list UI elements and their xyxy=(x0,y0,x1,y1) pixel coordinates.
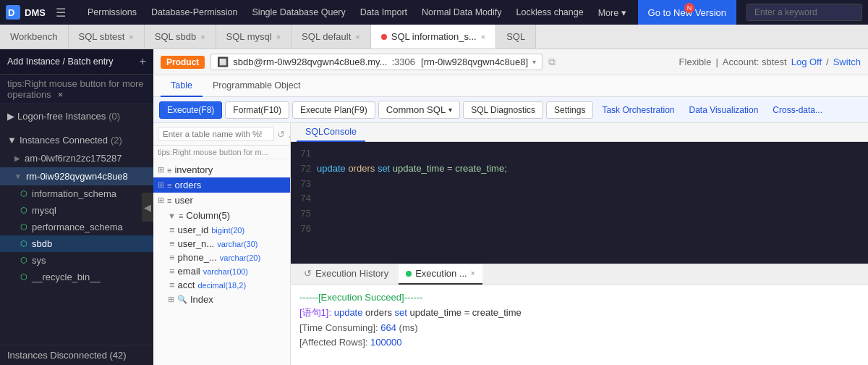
connected-header[interactable]: ▼ Instances Connected (2) xyxy=(0,131,153,149)
code-line-76: 76 xyxy=(298,222,861,237)
sidebar-item-instance2[interactable]: ▼ rm-0iw928qvgwn4c8ue8 xyxy=(0,167,153,185)
cross-data-link[interactable]: Cross-data... xyxy=(767,102,828,118)
result-tab-history[interactable]: ↺ Execution History xyxy=(297,264,396,285)
sql-pane: SQLConsole 71 72 update orders set updat… xyxy=(291,123,868,365)
tree-item-orders[interactable]: ⊞ ≡ orders xyxy=(153,177,290,193)
tree-col-acct[interactable]: ≡ acct decimal(18,2) xyxy=(153,278,290,292)
db-icon: ⬡ xyxy=(20,256,27,265)
tree-col-phone[interactable]: ≡ phone_... varchar(20) xyxy=(153,251,290,264)
execute-plan-button[interactable]: Execute Plan(F9) xyxy=(292,101,375,119)
table-search-input[interactable] xyxy=(158,127,274,141)
data-visualization-link[interactable]: Data Visualization xyxy=(683,102,764,118)
tree-item-user[interactable]: ⊞ ≡ user xyxy=(153,193,290,208)
code-line-72: 72 update orders set update_time = creat… xyxy=(298,161,861,177)
result-tab-bar: ↺ Execution History Execution ... × xyxy=(291,264,868,285)
common-sql-button[interactable]: Common SQL ▾ xyxy=(378,101,460,119)
format-button[interactable]: Format(F10) xyxy=(225,101,289,119)
tree-col-user-id[interactable]: ≡ user_id bigint(20) xyxy=(153,223,290,237)
db-item-sbdb[interactable]: ⬡ sbdb xyxy=(0,235,153,252)
search-icon: 🔍 xyxy=(177,295,187,304)
table-tips: tips:Right mouse button for m... xyxy=(153,146,290,159)
top-nav: Permissions Database-Permission Single D… xyxy=(80,0,634,25)
nav-permissions[interactable]: Permissions xyxy=(80,0,144,25)
nav-data-import[interactable]: Data Import xyxy=(353,0,414,25)
sidebar-collapse-button[interactable]: ◀ xyxy=(142,193,153,222)
col-icon: ≡ xyxy=(169,225,175,235)
nav-single-db-query[interactable]: Single Database Query xyxy=(245,0,353,25)
close-tab-mysql[interactable]: × xyxy=(276,33,281,41)
tab-sql-sbtest[interactable]: SQL sbtest × xyxy=(69,25,145,49)
db-item-mysql[interactable]: ⬡ mysql xyxy=(0,202,153,219)
logon-free-header[interactable]: ▶ Logon-free Instances (0) xyxy=(0,107,153,125)
tab-sql-console[interactable]: SQLConsole xyxy=(297,123,365,142)
success-dot xyxy=(406,271,412,277)
db-icon: ⬡ xyxy=(20,189,27,198)
result-tab-execution[interactable]: Execution ... × xyxy=(399,264,482,285)
settings-button[interactable]: Settings xyxy=(546,101,593,119)
db-item-sys[interactable]: ⬡ sys xyxy=(0,252,153,269)
col-icon: ≡ xyxy=(169,266,175,277)
code-line-75: 75 xyxy=(298,206,861,222)
chevron-down-icon: ▾ xyxy=(532,58,536,66)
expand-icon: ▶ xyxy=(14,154,20,162)
tree-item-columns[interactable]: ▼ ≡ Column(5) xyxy=(153,208,290,223)
nav-lockless-change[interactable]: Lockless change xyxy=(509,0,591,25)
result-line-2: [Time Consuming]: 664 (ms) xyxy=(299,321,859,336)
db-icon: ⬡ xyxy=(20,239,27,248)
hamburger-icon[interactable]: ☰ xyxy=(56,6,66,20)
add-instance-button[interactable]: + xyxy=(140,55,146,68)
table-panel: ↺ ⊿ tips:Right mouse button for m... ⊞ ≡… xyxy=(153,123,291,365)
tab-sql-mysql[interactable]: SQL mysql × xyxy=(216,25,292,49)
close-tips-button[interactable]: × xyxy=(58,89,64,100)
tree-col-user-n[interactable]: ≡ user_n... varchar(30) xyxy=(153,237,290,251)
sql-editor[interactable]: 71 72 update orders set update_time = cr… xyxy=(291,142,868,264)
close-tab-sbdb[interactable]: × xyxy=(200,33,205,41)
close-result-tab[interactable]: × xyxy=(471,269,475,277)
sidebar-item-instance1[interactable]: ▶ am-0iwf6rzn2zc175287 xyxy=(0,149,153,167)
close-tab-information[interactable]: × xyxy=(481,33,485,41)
topbar: D DMS ☰ Permissions Database-Permission … xyxy=(0,0,868,25)
nav-normal-data-modify[interactable]: Normal Data Modify xyxy=(414,0,509,25)
tab-sql-information[interactable]: SQL information_s... × xyxy=(371,25,496,49)
log-off-link[interactable]: Log Off xyxy=(791,56,822,67)
tab-sql-default[interactable]: SQL default × xyxy=(292,25,371,49)
switch-link[interactable]: Switch xyxy=(833,56,861,67)
execute-button[interactable]: Execute(F8) xyxy=(159,101,222,119)
search-input[interactable] xyxy=(746,4,862,21)
code-line-71: 71 xyxy=(298,146,861,161)
dropdown-icon: ▾ xyxy=(448,106,452,114)
error-dot xyxy=(381,34,387,40)
tab-bar: Workbench SQL sbtest × SQL sbdb × SQL my… xyxy=(0,25,868,49)
table-icon: ≡ xyxy=(167,181,171,190)
sidebar-section-logon-free: ▶ Logon-free Instances (0) xyxy=(0,104,153,128)
refresh-icon[interactable]: ↺ xyxy=(277,129,285,140)
nav-more[interactable]: More ▾ xyxy=(591,0,634,25)
tree-item-index[interactable]: ⊞ 🔍 Index xyxy=(153,292,290,307)
tab-sql[interactable]: SQL xyxy=(496,25,536,49)
db-selector[interactable]: 🔲 sbdb@rm-0iw928qvgwn4c8ue8.my... :3306 … xyxy=(210,54,542,70)
db-icon: ⬡ xyxy=(20,222,27,232)
db-item-info-schema[interactable]: ⬡ information_schema xyxy=(0,185,153,202)
db-icon: ⬡ xyxy=(20,206,27,215)
nav-db-permission[interactable]: Database-Permission xyxy=(144,0,245,25)
db-item-perf-schema[interactable]: ⬡ performance_schema xyxy=(0,219,153,235)
tab-table[interactable]: Table xyxy=(161,75,203,97)
result-line-3: [Affected Rows]: 100000 xyxy=(299,335,859,351)
sql-diagnostics-button[interactable]: SQL Diagnostics xyxy=(463,101,543,119)
task-orchestration-link[interactable]: Task Orchestration xyxy=(596,102,680,118)
tree-item-inventory[interactable]: ⊞ ≡ inventory xyxy=(153,162,290,177)
tab-programmable-object[interactable]: Programmable Object xyxy=(203,75,311,97)
close-tab-default[interactable]: × xyxy=(355,33,359,41)
db-item-recycle-bin[interactable]: ⬡ __recycle_bin__ xyxy=(0,269,153,285)
db-icon: ⬡ xyxy=(20,272,27,282)
connected-chevron: ▼ xyxy=(7,135,17,146)
close-tab-sbtest[interactable]: × xyxy=(129,33,133,41)
product-bar: Product 🔲 sbdb@rm-0iw928qvgwn4c8ue8.my..… xyxy=(153,49,868,75)
copy-button[interactable]: ⧉ xyxy=(548,56,556,68)
goto-new-version-button[interactable]: Go to New Version N xyxy=(638,0,736,25)
column-group-icon: ≡ xyxy=(179,211,183,220)
tab-workbench[interactable]: Workbench xyxy=(0,25,69,49)
tab-sql-sbdb[interactable]: SQL sbdb × xyxy=(145,25,216,49)
tree-col-email[interactable]: ≡ email varchar(100) xyxy=(153,264,290,278)
expand-icon-2: ▼ xyxy=(14,172,22,180)
